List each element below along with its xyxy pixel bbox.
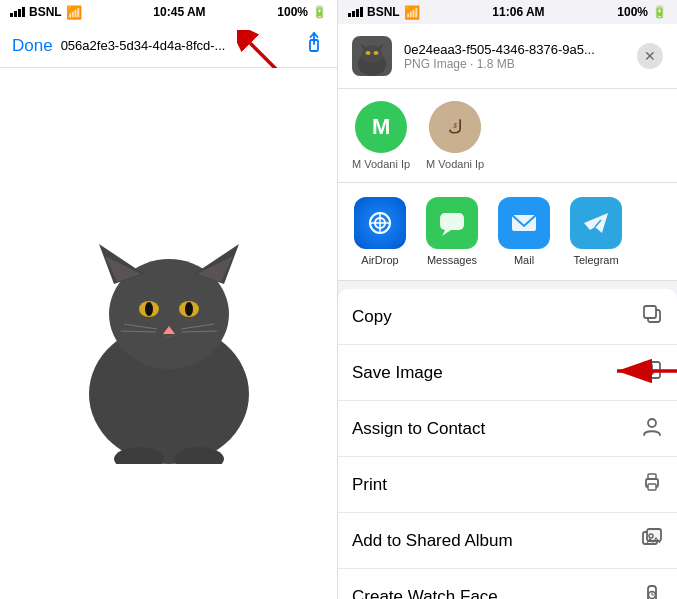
right-status-bar: BSNL 📶 11:06 AM 100% 🔋 <box>338 0 677 24</box>
svg-rect-46 <box>648 484 656 490</box>
wifi-icon-left: 📶 <box>66 5 82 20</box>
svg-marker-34 <box>442 230 451 236</box>
action-list: Copy Save Image <box>338 289 677 599</box>
telegram-label: Telegram <box>573 254 618 266</box>
file-thumbnail <box>352 36 392 76</box>
right-status-right: 100% 🔋 <box>617 5 667 19</box>
svg-point-13 <box>185 302 193 316</box>
action-copy-label: Copy <box>352 307 392 327</box>
svg-point-44 <box>648 419 656 427</box>
share-close-button[interactable]: ✕ <box>637 43 663 69</box>
svg-text:ك: ك <box>448 117 463 137</box>
svg-rect-39 <box>644 306 656 318</box>
app-item-airdrop[interactable]: AirDrop <box>348 197 412 266</box>
action-add-shared-album-label: Add to Shared Album <box>352 531 513 551</box>
wifi-icon-right: 📶 <box>404 5 420 20</box>
mail-icon <box>498 197 550 249</box>
done-button[interactable]: Done <box>12 36 53 56</box>
left-status-left: BSNL 📶 <box>10 5 82 20</box>
contact-label-2: M Vodani Ip <box>426 158 484 170</box>
contact-avatar-1: M <box>355 101 407 153</box>
svg-point-25 <box>366 51 371 55</box>
copy-icon <box>641 303 663 330</box>
battery-icon-right: 🔋 <box>652 5 667 19</box>
app-item-telegram[interactable]: Telegram <box>564 197 628 266</box>
print-icon <box>641 471 663 498</box>
action-copy[interactable]: Copy <box>338 289 677 345</box>
share-file-icon <box>352 36 392 76</box>
right-panel: BSNL 📶 11:06 AM 100% 🔋 0e24eaa3 <box>338 0 677 599</box>
action-save-image[interactable]: Save Image <box>338 345 677 401</box>
action-add-shared-album[interactable]: Add to Shared Album <box>338 513 677 569</box>
contact-avatar-img-svg: ك <box>429 101 481 153</box>
action-create-watch-face[interactable]: Create Watch Face <box>338 569 677 599</box>
share-header: 0e24eaa3-f505-4346-8376-9a5... PNG Image… <box>338 24 677 89</box>
airdrop-icon <box>354 197 406 249</box>
signal-bars-left <box>10 7 25 17</box>
contact-label-1: M Vodani Ip <box>352 158 410 170</box>
time-right: 11:06 AM <box>492 5 544 19</box>
battery-right: 100% <box>617 5 648 19</box>
watch-face-icon <box>641 584 663 600</box>
share-file-info: 0e24eaa3-f505-4346-8376-9a5... PNG Image… <box>404 42 625 71</box>
messages-svg <box>437 208 467 238</box>
airdrop-label: AirDrop <box>361 254 398 266</box>
action-print-label: Print <box>352 475 387 495</box>
left-status-right: 100% 🔋 <box>277 5 327 19</box>
share-button-left[interactable] <box>303 32 325 59</box>
action-print[interactable]: Print <box>338 457 677 513</box>
apps-row: AirDrop Messages Mail <box>338 183 677 281</box>
svg-rect-47 <box>648 474 656 479</box>
svg-point-26 <box>374 51 379 55</box>
contact-item-2[interactable]: ك M Vodani Ip <box>426 101 484 170</box>
app-item-mail[interactable]: Mail <box>492 197 556 266</box>
left-panel: BSNL 📶 10:45 AM 100% 🔋 Done 056a2fe3-5d3… <box>0 0 338 599</box>
cat-illustration <box>69 204 269 464</box>
share-icon-left <box>303 32 325 54</box>
action-assign-contact[interactable]: Assign to Contact <box>338 401 677 457</box>
action-save-image-label: Save Image <box>352 363 443 383</box>
carrier-right: BSNL <box>367 5 400 19</box>
svg-marker-36 <box>584 213 608 233</box>
share-file-meta: PNG Image · 1.8 MB <box>404 57 625 71</box>
left-status-bar: BSNL 📶 10:45 AM 100% 🔋 <box>0 0 337 24</box>
share-sheet: 0e24eaa3-f505-4346-8376-9a5... PNG Image… <box>338 24 677 599</box>
left-nav-bar: Done 056a2fe3-5d34-4d4a-8fcd-... <box>0 24 337 68</box>
messages-label: Messages <box>427 254 477 266</box>
svg-point-12 <box>145 302 153 316</box>
shared-album-icon <box>641 527 663 554</box>
contact-avatar-2: ك <box>429 101 481 153</box>
action-create-watch-face-label: Create Watch Face <box>352 587 498 599</box>
contacts-row: M M Vodani Ip ك M Vodani Ip <box>338 89 677 183</box>
left-image-area <box>0 68 337 599</box>
left-nav-title: 056a2fe3-5d34-4d4a-8fcd-... <box>61 38 295 53</box>
signal-bars-right <box>348 7 363 17</box>
carrier-left: BSNL <box>29 5 62 19</box>
battery-icon-left: 🔋 <box>312 5 327 19</box>
airdrop-svg <box>365 208 395 238</box>
share-file-name: 0e24eaa3-f505-4346-8376-9a5... <box>404 42 624 57</box>
right-status-left: BSNL 📶 <box>348 5 420 20</box>
battery-left: 100% <box>277 5 308 19</box>
messages-icon <box>426 197 478 249</box>
app-item-messages[interactable]: Messages <box>420 197 484 266</box>
mail-svg <box>509 208 539 238</box>
telegram-svg <box>581 208 611 238</box>
assign-contact-icon <box>641 415 663 442</box>
svg-rect-33 <box>440 213 464 230</box>
contact-item-1[interactable]: M M Vodani Ip <box>352 101 410 170</box>
save-icon <box>641 359 663 386</box>
action-assign-contact-label: Assign to Contact <box>352 419 485 439</box>
mail-label: Mail <box>514 254 534 266</box>
time-left: 10:45 AM <box>153 5 205 19</box>
telegram-icon <box>570 197 622 249</box>
